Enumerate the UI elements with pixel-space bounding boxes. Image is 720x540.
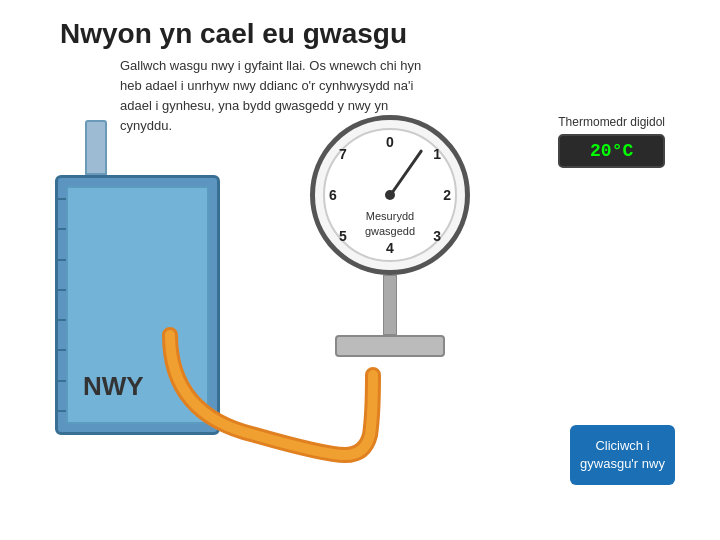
gauge-num-3: 3	[433, 228, 441, 244]
thermometer-value: 20°C	[590, 141, 633, 161]
gauge-inner: 0 1 2 3 4 5 6 7 Mesurydd gwasgedd	[323, 128, 457, 262]
thermometer-display: 20°C	[558, 134, 665, 168]
main-content: NWY 0 1 2 3 4 5	[0, 100, 720, 540]
compress-gas-button[interactable]: Cliciwch i gywasgu'r nwy	[570, 425, 675, 485]
gauge-num-0: 0	[386, 134, 394, 150]
thermometer-box: Thermomedr digidol 20°C	[558, 115, 665, 168]
gauge-num-6: 6	[329, 187, 337, 203]
gauge-assembly: 0 1 2 3 4 5 6 7 Mesurydd gwasgedd	[310, 115, 470, 357]
tube-top	[85, 120, 107, 175]
gauge-num-5: 5	[339, 228, 347, 244]
gauge-num-4: 4	[386, 240, 394, 256]
gauge-num-2: 2	[443, 187, 451, 203]
gauge-circle: 0 1 2 3 4 5 6 7 Mesurydd gwasgedd	[310, 115, 470, 275]
thermometer-label: Thermomedr digidol	[558, 115, 665, 129]
gauge-pedestal	[383, 275, 397, 335]
gauge-num-1: 1	[433, 146, 441, 162]
gauge-needle	[389, 149, 423, 196]
gauge-base	[335, 335, 445, 357]
gauge-center-dot	[385, 190, 395, 200]
gauge-num-7: 7	[339, 146, 347, 162]
page-title: Nwyon yn cael eu gwasgu	[0, 0, 720, 56]
gauge-label: Mesurydd gwasgedd	[350, 209, 430, 238]
